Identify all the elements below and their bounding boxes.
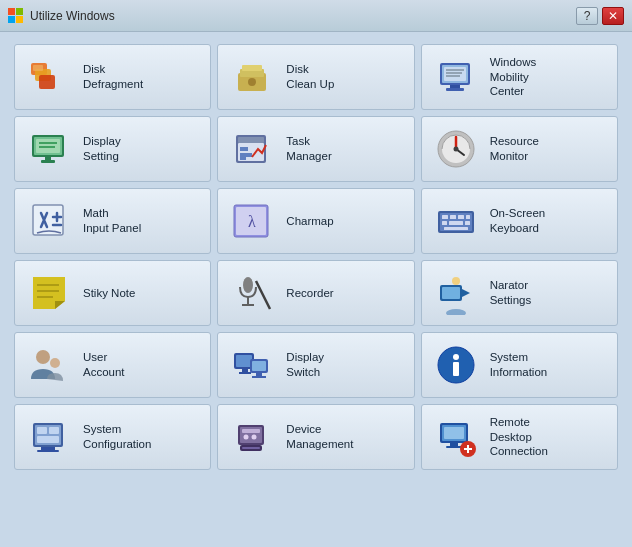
onscreen-keyboard-item[interactable]: On-ScreenKeyboard (421, 188, 618, 254)
svg-rect-7 (33, 65, 43, 71)
svg-rect-45 (466, 215, 470, 219)
task-manager-label: TaskManager (286, 134, 331, 164)
sticky-note-icon (25, 269, 73, 317)
device-management-item[interactable]: DeviceManagement (217, 404, 414, 470)
narrator-settings-label: NaratorSettings (490, 278, 532, 308)
display-setting-item[interactable]: DisplaySetting (14, 116, 211, 182)
svg-rect-82 (41, 447, 55, 450)
display-setting-icon (25, 125, 73, 173)
svg-marker-61 (462, 289, 470, 297)
system-information-icon (432, 341, 480, 389)
mobility-center-icon (432, 53, 480, 101)
charmap-item[interactable]: λ Charmap (217, 188, 414, 254)
tools-grid: DiskDefragment DiskClean Up (14, 44, 618, 470)
svg-rect-16 (446, 88, 464, 91)
svg-rect-3 (16, 16, 23, 23)
svg-rect-10 (242, 65, 262, 71)
svg-point-87 (244, 435, 249, 440)
user-account-item[interactable]: UserAccount (14, 332, 211, 398)
math-input-label: MathInput Panel (83, 206, 141, 236)
recorder-icon (228, 269, 276, 317)
system-information-item[interactable]: SystemInformation (421, 332, 618, 398)
svg-rect-32 (240, 157, 246, 160)
system-configuration-icon (25, 413, 73, 461)
svg-rect-60 (442, 287, 460, 299)
close-button[interactable]: ✕ (602, 7, 624, 25)
svg-rect-46 (442, 221, 447, 225)
svg-point-65 (50, 358, 60, 368)
svg-point-11 (248, 78, 256, 86)
onscreen-keyboard-icon (432, 197, 480, 245)
sticky-note-item[interactable]: Stiky Note (14, 260, 211, 326)
recorder-item[interactable]: Recorder (217, 260, 414, 326)
remote-connection-item[interactable]: RemoteDesktopConnection (421, 404, 618, 470)
svg-rect-47 (449, 221, 463, 225)
task-manager-item[interactable]: TaskManager (217, 116, 414, 182)
system-configuration-item[interactable]: SystemConfiguration (14, 404, 211, 470)
svg-rect-0 (8, 8, 15, 15)
disk-cleanup-icon (228, 53, 276, 101)
svg-point-62 (452, 277, 460, 285)
user-account-label: UserAccount (83, 350, 125, 380)
task-manager-icon (228, 125, 276, 173)
svg-rect-83 (37, 450, 59, 452)
resource-monitor-icon (432, 125, 480, 173)
charmap-icon: λ (228, 197, 276, 245)
windows-logo-icon (8, 8, 24, 24)
display-switch-label: DisplaySwitch (286, 350, 324, 380)
svg-rect-90 (242, 447, 260, 449)
resource-monitor-item[interactable]: ResourceMonitor (421, 116, 618, 182)
svg-rect-76 (453, 362, 459, 376)
title-bar: Utilize Windows ? ✕ (0, 0, 632, 32)
svg-rect-71 (252, 361, 266, 371)
help-button[interactable]: ? (576, 7, 598, 25)
svg-point-55 (243, 277, 253, 293)
system-configuration-label: SystemConfiguration (83, 422, 151, 452)
mobility-center-label: WindowsMobilityCenter (490, 55, 537, 100)
svg-rect-93 (444, 427, 464, 439)
onscreen-keyboard-label: On-ScreenKeyboard (490, 206, 546, 236)
svg-point-64 (36, 350, 50, 364)
svg-rect-49 (444, 227, 468, 230)
display-switch-icon (228, 341, 276, 389)
window-title: Utilize Windows (30, 9, 115, 23)
narrator-settings-icon (432, 269, 480, 317)
svg-rect-14 (444, 67, 466, 81)
svg-point-35 (453, 147, 458, 152)
system-information-label: SystemInformation (490, 350, 548, 380)
recorder-label: Recorder (286, 286, 333, 301)
display-setting-label: DisplaySetting (83, 134, 121, 164)
svg-point-63 (446, 309, 466, 315)
svg-rect-86 (242, 429, 260, 433)
disk-cleanup-item[interactable]: DiskClean Up (217, 44, 414, 110)
svg-rect-30 (240, 147, 248, 151)
svg-rect-26 (41, 160, 55, 163)
svg-rect-6 (39, 75, 55, 89)
svg-rect-79 (37, 427, 47, 434)
svg-rect-81 (37, 436, 59, 443)
math-input-icon (25, 197, 73, 245)
disk-cleanup-label: DiskClean Up (286, 62, 334, 92)
remote-connection-icon (432, 413, 480, 461)
math-input-item[interactable]: MathInput Panel (14, 188, 211, 254)
resource-monitor-label: ResourceMonitor (490, 134, 539, 164)
svg-text:λ: λ (248, 213, 256, 230)
svg-rect-73 (252, 376, 266, 378)
svg-line-58 (256, 281, 270, 309)
svg-point-75 (453, 354, 459, 360)
svg-rect-43 (450, 215, 456, 219)
svg-rect-31 (240, 153, 252, 157)
svg-rect-95 (446, 446, 462, 448)
mobility-center-item[interactable]: WindowsMobilityCenter (421, 44, 618, 110)
svg-rect-1 (16, 8, 23, 15)
remote-connection-label: RemoteDesktopConnection (490, 415, 548, 460)
disk-defrag-icon (25, 53, 73, 101)
sticky-note-label: Stiky Note (83, 286, 135, 301)
svg-rect-80 (49, 427, 59, 434)
svg-rect-67 (236, 355, 252, 367)
disk-defrag-label: DiskDefragment (83, 62, 143, 92)
narrator-settings-item[interactable]: NaratorSettings (421, 260, 618, 326)
display-switch-item[interactable]: DisplaySwitch (217, 332, 414, 398)
disk-defrag-item[interactable]: DiskDefragment (14, 44, 211, 110)
user-account-icon (25, 341, 73, 389)
